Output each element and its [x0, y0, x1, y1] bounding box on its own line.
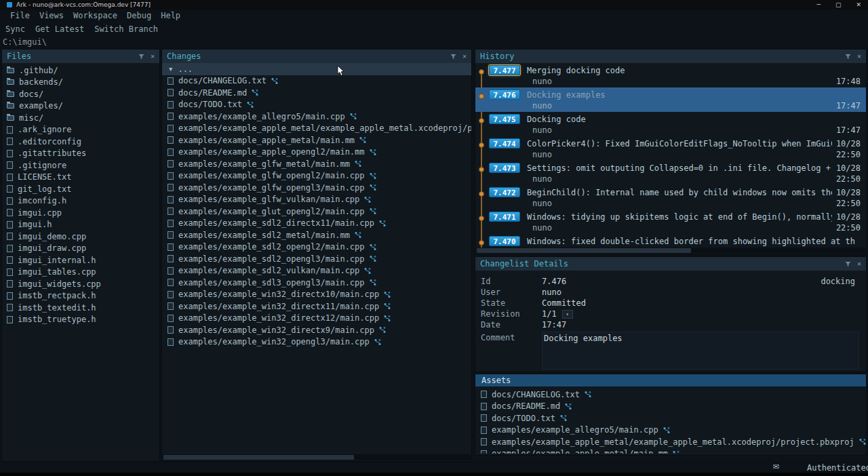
- file-name: LICENSE.txt: [18, 172, 71, 182]
- file-tree-item[interactable]: .github/: [2, 64, 159, 77]
- changed-file-row[interactable]: examples/example_win32_directx10/main.cp…: [162, 289, 471, 301]
- asset-row[interactable]: docs/README.md: [475, 401, 866, 413]
- changed-file-row[interactable]: examples/example_sdl2_directx11/main.cpp: [162, 218, 471, 230]
- asset-row[interactable]: docs/TODO.txt: [475, 412, 866, 424]
- horizontal-scrollbar[interactable]: [163, 454, 471, 460]
- filter-icon[interactable]: [138, 54, 144, 60]
- assets-header[interactable]: Assets: [475, 374, 866, 386]
- file-tree-item[interactable]: misc/: [2, 112, 159, 124]
- detail-field-label: Revision: [481, 309, 542, 319]
- changed-file-row[interactable]: examples/example_apple_metal/main.mm: [162, 134, 471, 146]
- menu-item[interactable]: Help: [156, 11, 185, 20]
- changed-file-row[interactable]: examples/example_glfw_opengl2/main.cpp: [162, 170, 471, 182]
- file-tree-item[interactable]: imstb_rectpack.h: [2, 290, 159, 302]
- file-tree-item[interactable]: imconfig.h: [2, 195, 159, 207]
- file-tree-item[interactable]: .editorconfig: [2, 136, 159, 148]
- file-icon: [7, 68, 14, 73]
- file-tree-item[interactable]: .ark_ignore: [2, 124, 159, 136]
- history-entry[interactable]: 7.472 BeginChild(): Internal name used b…: [475, 185, 866, 210]
- changed-file-row[interactable]: docs/CHANGELOG.txt: [162, 75, 471, 87]
- file-tree-item[interactable]: imgui_draw.cpp: [2, 243, 159, 255]
- changed-file-row[interactable]: examples/example_sdl2_metal/main.mm: [162, 229, 471, 241]
- history-entry[interactable]: 7.470 Windows: fixed double-clicked bord…: [475, 234, 866, 249]
- changed-file-row[interactable]: docs/TODO.txt: [162, 99, 471, 111]
- changed-file-row[interactable]: examples/example_allegro5/main.cpp: [162, 111, 471, 123]
- close-icon[interactable]: ✕: [151, 53, 155, 60]
- file-tree-item[interactable]: backends/: [2, 77, 159, 89]
- asset-path: docs/README.md: [492, 401, 560, 411]
- close-icon[interactable]: ✕: [462, 53, 467, 60]
- changed-file-row[interactable]: examples/example_sdl2_opengl3/main.cpp: [162, 253, 471, 265]
- history-entry[interactable]: 7.477 Merging docking code nuno 17:48: [475, 63, 866, 87]
- changed-file-row[interactable]: examples/example_win32_directx12/main.cp…: [162, 313, 471, 325]
- filter-icon[interactable]: [845, 54, 851, 60]
- expander-icon[interactable]: ▼: [169, 66, 172, 73]
- changed-file-path: examples/example_sdl2_vulkan/main.cpp: [178, 266, 359, 275]
- minimize-button[interactable]: ─: [817, 1, 821, 8]
- changed-file-row[interactable]: examples/example_sdl2_vulkan/main.cpp: [162, 265, 471, 277]
- changed-file-row[interactable]: examples/example_glut_opengl2/main.cpp: [162, 205, 471, 218]
- asset-row[interactable]: examples/example_apple_metal/example_app…: [475, 436, 866, 448]
- changeset-time: 17:48: [836, 77, 861, 86]
- menu-item[interactable]: Workspace: [68, 11, 122, 20]
- close-icon[interactable]: ✕: [857, 53, 861, 60]
- filter-icon[interactable]: [845, 261, 851, 267]
- titlebar: Ark - nuno@ark-vcs.com:Omega.dev [7477] …: [0, 0, 868, 9]
- asset-row[interactable]: examples/example_allegro5/main.cpp: [475, 424, 866, 437]
- mail-icon[interactable]: ✉: [773, 462, 779, 471]
- changes-root-row[interactable]: ▼ ...: [162, 63, 471, 75]
- file-tree-item[interactable]: imgui_tables.cpp: [2, 266, 159, 279]
- file-tree-item[interactable]: imgui_internal.h: [2, 254, 159, 266]
- close-button[interactable]: ✕: [856, 1, 861, 8]
- changed-file-row[interactable]: examples/example_glfw_opengl3/main.cpp: [162, 182, 471, 194]
- modified-branch-icon: [379, 220, 386, 227]
- file-tree-item[interactable]: imgui_widgets.cpp: [2, 278, 159, 290]
- changed-file-row[interactable]: examples/example_win32_opengl3/main.cpp: [162, 336, 471, 349]
- toolbar-button[interactable]: Sync: [5, 24, 25, 34]
- detail-field-value: 7.476: [542, 277, 566, 286]
- changed-file-row[interactable]: examples/example_win32_directx9/main.cpp: [162, 324, 471, 336]
- file-tree-item[interactable]: imgui.h: [2, 219, 159, 231]
- file-tree-item[interactable]: .gitattributes: [2, 148, 159, 160]
- history-entry[interactable]: 7.471 Windows: tidying up skipitems logi…: [475, 210, 866, 234]
- changed-file-row[interactable]: examples/example_sdl3_opengl3/main.cpp: [162, 277, 471, 289]
- file-tree-item[interactable]: .gitignore: [2, 159, 159, 172]
- changed-file-row[interactable]: docs/README.md: [162, 87, 471, 99]
- asset-row[interactable]: examples/example_apple_metal/main.mm: [475, 448, 866, 454]
- file-tree-item[interactable]: examples/: [2, 100, 159, 113]
- file-tree-item[interactable]: git_log.txt: [2, 183, 159, 195]
- file-tree-item[interactable]: LICENSE.txt: [2, 172, 159, 184]
- changed-file-row[interactable]: examples/example_sdl2_opengl2/main.cpp: [162, 241, 471, 254]
- horizontal-scrollbar[interactable]: [476, 247, 865, 254]
- changed-file-row[interactable]: examples/example_glfw_vulkan/main.cpp: [162, 194, 471, 206]
- changed-file-row[interactable]: examples/example_apple_metal/example_app…: [162, 123, 471, 135]
- file-tree-item[interactable]: imgui_demo.cpp: [2, 231, 159, 243]
- history-entry[interactable]: 7.473 Settings: omit outputing Collapsed…: [475, 161, 866, 185]
- document-icon: [167, 196, 174, 203]
- scrollbar-thumb[interactable]: [163, 455, 354, 460]
- toolbar-button[interactable]: Get Latest: [35, 24, 84, 34]
- maximize-button[interactable]: ▢: [835, 1, 842, 8]
- menu-item[interactable]: File: [5, 11, 35, 20]
- history-entry[interactable]: 7.474 ColorPicker4(): Fixed ImGuiColorEd…: [475, 136, 866, 161]
- file-name: imstb_truetype.h: [18, 315, 96, 324]
- changed-file-row[interactable]: examples/example_apple_opengl2/main.mm: [162, 146, 471, 159]
- file-tree-item[interactable]: imstb_textedit.h: [2, 302, 159, 314]
- menu-item[interactable]: Views: [35, 11, 68, 20]
- file-icon: [7, 92, 14, 97]
- menu-item[interactable]: Debug: [122, 11, 156, 20]
- asset-row[interactable]: docs/CHANGELOG.txt: [475, 389, 866, 401]
- toolbar-button[interactable]: Switch Branch: [94, 24, 158, 34]
- close-icon[interactable]: ✕: [857, 260, 861, 267]
- history-entry[interactable]: 7.476 Docking examples nuno 17:47: [475, 87, 866, 112]
- changed-file-row[interactable]: examples/example_glfw_metal/main.mm: [162, 158, 471, 170]
- file-tree-item[interactable]: docs/: [2, 88, 159, 100]
- file-tree-item[interactable]: imgui.cpp: [2, 207, 159, 219]
- file-tree-item[interactable]: imstb_truetype.h: [2, 314, 159, 326]
- revision-dropdown[interactable]: ▾: [562, 310, 573, 319]
- scrollbar-thumb[interactable]: [477, 248, 691, 253]
- status-bar: ✉ Authenticated: [0, 462, 868, 473]
- changed-file-row[interactable]: examples/example_win32_directx11/main.cp…: [162, 300, 471, 313]
- history-entry[interactable]: 7.475 Docking code nuno 17:47: [475, 112, 866, 136]
- filter-icon[interactable]: [450, 54, 456, 60]
